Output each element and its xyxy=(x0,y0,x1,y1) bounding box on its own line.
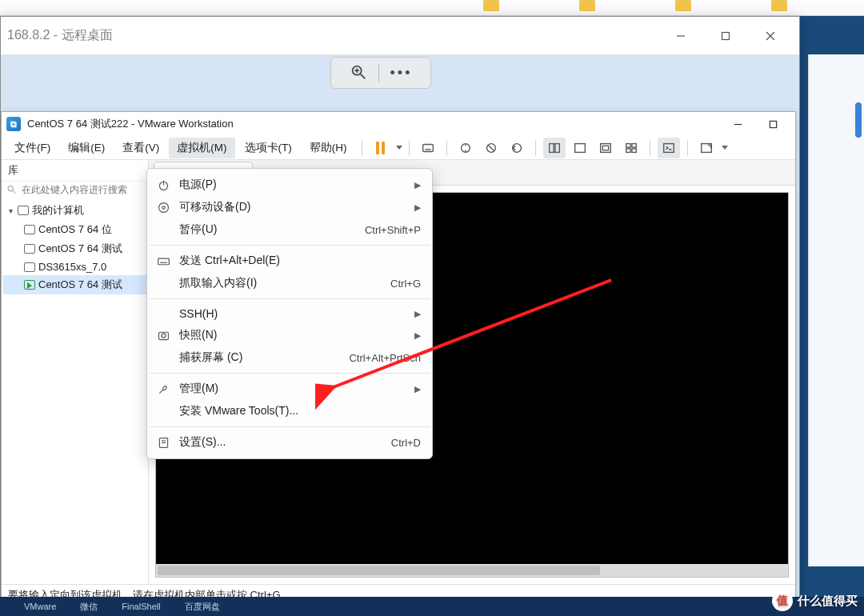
send-cad-button[interactable] xyxy=(417,138,439,158)
svg-rect-1 xyxy=(722,32,730,39)
tree-vm-item[interactable]: CentOS 7 64 位 xyxy=(3,220,146,239)
separator xyxy=(650,140,650,156)
menu-vm[interactable]: 虚拟机(M) xyxy=(169,138,234,158)
taskbar-item[interactable]: VMware xyxy=(24,602,56,611)
rdp-toolbar-pill[interactable]: ••• xyxy=(330,57,431,89)
shortcut-label: Ctrl+Shift+P xyxy=(365,224,421,236)
svg-rect-17 xyxy=(554,143,558,152)
menu-install-vmware-tools[interactable]: 安装 VMware Tools(T)... xyxy=(147,400,432,422)
snapshot-icon xyxy=(155,329,171,342)
vmware-title: CentOS 7 64 测试222 - VMware Workstation xyxy=(27,117,720,131)
windows-taskbar[interactable]: VMware 微信 FinalShell 百度网盘 xyxy=(0,597,864,616)
vmware-titlebar[interactable]: ⧉ CentOS 7 64 测试222 - VMware Workstation xyxy=(2,112,795,136)
separator xyxy=(687,140,688,156)
menu-help[interactable]: 帮助(H) xyxy=(302,138,355,158)
fullscreen-button[interactable] xyxy=(695,138,718,158)
wrench-icon xyxy=(155,382,171,396)
vmw-minimize-button[interactable] xyxy=(720,113,755,135)
menu-pause[interactable]: 暂停(U) Ctrl+Shift+P xyxy=(147,218,432,241)
vmware-logo-icon: ⧉ xyxy=(6,117,21,131)
menu-ssh[interactable]: SSH(H) ▶ xyxy=(147,303,432,324)
menu-manage[interactable]: 管理(M) ▶ xyxy=(147,378,432,400)
tree-vm-item[interactable]: DS3615xs_7.0 xyxy=(3,258,146,275)
snapshot-button[interactable] xyxy=(454,138,477,158)
submenu-arrow-icon: ▶ xyxy=(414,180,421,190)
svg-point-32 xyxy=(158,202,168,212)
minimize-button[interactable] xyxy=(658,21,703,51)
svg-line-29 xyxy=(13,190,15,193)
snapshot-manager-button[interactable] xyxy=(480,138,502,158)
view-unity-button[interactable] xyxy=(594,138,617,158)
menu-power[interactable]: 电源(P) ▶ xyxy=(147,174,432,196)
shortcut-label: Ctrl+D xyxy=(391,437,421,449)
maximize-button[interactable] xyxy=(703,21,748,51)
separator xyxy=(378,64,379,82)
submenu-arrow-icon: ▶ xyxy=(414,330,421,341)
menu-removable-devices[interactable]: 可移动设备(D) ▶ xyxy=(147,196,432,218)
svg-point-37 xyxy=(161,333,165,337)
search-icon xyxy=(6,184,17,195)
tree-vm-item[interactable]: CentOS 7 64 测试 xyxy=(3,239,146,258)
tree-vm-item-selected[interactable]: CentOS 7 64 测试 xyxy=(3,275,146,294)
power-icon xyxy=(155,178,171,192)
menu-send-cad[interactable]: 发送 Ctrl+Alt+Del(E) xyxy=(147,250,432,272)
vm-icon xyxy=(24,262,35,272)
svg-rect-20 xyxy=(602,146,608,150)
console-view-button[interactable] xyxy=(658,138,680,158)
taskbar-item[interactable]: FinalShell xyxy=(122,602,160,611)
svg-rect-16 xyxy=(549,143,553,152)
vm-icon xyxy=(24,225,35,234)
vmw-maximize-button[interactable] xyxy=(755,113,790,135)
background-window-sliver xyxy=(808,54,864,566)
watermark: 值 什么值得买 xyxy=(772,590,858,611)
svg-rect-23 xyxy=(626,148,630,152)
pause-button[interactable] xyxy=(370,138,392,158)
svg-line-5 xyxy=(360,74,365,78)
chevron-down-icon[interactable] xyxy=(396,146,402,150)
menu-edit[interactable]: 编辑(E) xyxy=(60,138,113,158)
svg-rect-22 xyxy=(631,143,635,147)
menu-settings[interactable]: 设置(S)... Ctrl+D xyxy=(147,431,432,454)
zoom-icon[interactable] xyxy=(350,63,367,83)
vmware-sidebar: 库 ▾ 我的计算机 CentOS 7 xyxy=(2,160,149,584)
svg-point-28 xyxy=(8,186,14,191)
menu-separator xyxy=(149,373,430,374)
taskbar-item[interactable]: 微信 xyxy=(80,601,98,613)
vm-icon xyxy=(24,244,35,254)
keyboard-icon xyxy=(155,254,171,268)
search-input[interactable] xyxy=(20,183,143,196)
watermark-badge-icon: 值 xyxy=(772,590,793,611)
more-icon[interactable]: ••• xyxy=(390,66,413,80)
scroll-handle[interactable] xyxy=(855,102,862,138)
svg-rect-9 xyxy=(770,121,776,127)
separator xyxy=(535,140,536,156)
menu-file[interactable]: 文件(F) xyxy=(6,138,58,158)
menu-grab-input[interactable]: 抓取输入内容(I) Ctrl+G xyxy=(147,272,432,294)
submenu-arrow-icon: ▶ xyxy=(414,309,421,319)
host-desktop-strip xyxy=(0,0,864,16)
tree-root[interactable]: ▾ 我的计算机 xyxy=(3,201,146,220)
svg-rect-34 xyxy=(158,258,169,265)
svg-line-14 xyxy=(488,145,494,150)
svg-rect-19 xyxy=(600,143,610,152)
view-thumbnail-button[interactable] xyxy=(620,138,642,158)
menu-snapshot[interactable]: 快照(N) ▶ xyxy=(147,324,432,346)
view-console-button[interactable] xyxy=(543,138,566,158)
shortcut-label: Ctrl+G xyxy=(390,278,421,290)
close-button[interactable] xyxy=(748,21,793,51)
sidebar-search[interactable] xyxy=(2,182,148,198)
chevron-down-icon[interactable] xyxy=(722,146,728,150)
menu-view[interactable]: 查看(V) xyxy=(114,138,167,158)
menu-separator xyxy=(149,426,430,427)
view-single-button[interactable] xyxy=(569,138,591,158)
menu-tabs[interactable]: 选项卡(T) xyxy=(237,138,300,158)
menu-capture-screen[interactable]: 捕获屏幕 (C) Ctrl+Alt+PrtScn xyxy=(147,346,432,369)
svg-rect-24 xyxy=(631,148,635,152)
revert-button[interactable] xyxy=(506,138,528,158)
console-scrollbar[interactable] xyxy=(156,564,788,577)
rdp-titlebar[interactable]: 168.8.2 - 远程桌面 xyxy=(1,17,799,55)
svg-rect-10 xyxy=(422,144,433,151)
vm-dropdown-menu: 电源(P) ▶ 可移动设备(D) ▶ 暂停(U) Ctrl+Shift+P 发送… xyxy=(146,168,433,459)
submenu-arrow-icon: ▶ xyxy=(414,202,421,213)
taskbar-item[interactable]: 百度网盘 xyxy=(185,601,220,613)
